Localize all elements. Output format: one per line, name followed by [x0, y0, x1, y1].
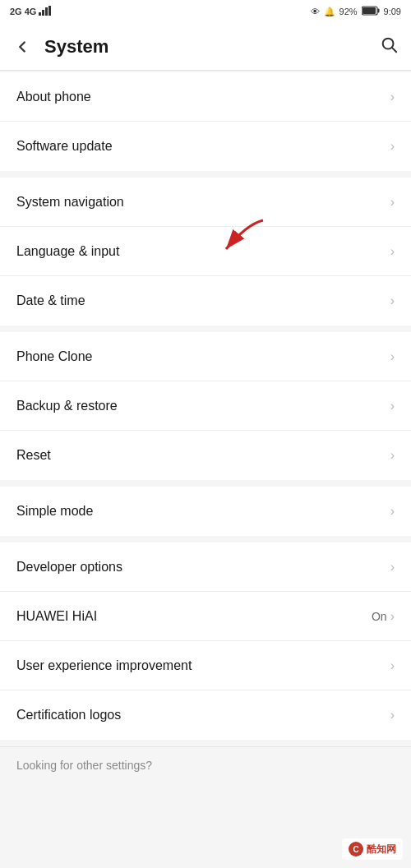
chevron-icon: › [390, 244, 395, 259]
menu-item-simple-mode[interactable]: Simple mode › [0, 487, 411, 536]
battery-text: 92% [339, 7, 358, 16]
chevron-icon: › [390, 448, 395, 463]
menu-item-phone-clone[interactable]: Phone Clone › [0, 332, 411, 381]
certification-logos-right: › [390, 708, 395, 723]
battery-icon [362, 6, 380, 17]
menu-group-3: Phone Clone › Backup & restore › Reset › [0, 332, 411, 480]
status-bar: 2G 4G 👁 🔔 92% 9:09 [0, 0, 411, 23]
chevron-icon: › [390, 658, 395, 673]
svg-rect-5 [377, 9, 379, 13]
header: System [0, 23, 411, 71]
backup-restore-label: Backup & restore [16, 399, 118, 413]
svg-rect-2 [45, 7, 48, 16]
about-phone-right: › [390, 90, 395, 104]
chevron-icon: › [390, 293, 395, 308]
signal-bars [39, 6, 52, 17]
menu-group-5: Developer options › HUAWEI HiAI On › Use… [0, 542, 411, 740]
simple-mode-label: Simple mode [16, 504, 93, 519]
backup-restore-right: › [390, 399, 395, 413]
network-indicator: 2G [10, 7, 22, 16]
language-input-right: › [390, 244, 395, 259]
chevron-icon: › [390, 504, 395, 519]
watermark: C 酷知网 [342, 838, 403, 860]
watermark-text: 酷知网 [367, 843, 396, 856]
date-time-right: › [390, 293, 395, 308]
menu-item-system-navigation[interactable]: System navigation › [0, 178, 411, 227]
reset-label: Reset [16, 448, 51, 463]
footer-text: Looking for other settings? [16, 759, 152, 772]
footer-hint: Looking for other settings? [0, 746, 411, 783]
page-title: System [44, 36, 380, 58]
menu-item-reset[interactable]: Reset › [0, 431, 411, 480]
language-input-label: Language & input [16, 244, 119, 259]
menu-group-2: System navigation › Language & input [0, 178, 411, 326]
eye-icon: 👁 [311, 7, 320, 16]
menu-item-backup-restore[interactable]: Backup & restore › [0, 381, 411, 431]
menu-item-user-experience[interactable]: User experience improvement › [0, 641, 411, 690]
chevron-icon: › [390, 195, 395, 210]
menu-item-huawei-hiai[interactable]: HUAWEI HiAI On › [0, 592, 411, 641]
menu-group-1: About phone › Software update › [0, 72, 411, 171]
status-right: 👁 🔔 92% 9:09 [311, 6, 401, 17]
user-experience-right: › [390, 658, 395, 673]
4g-indicator: 4G [25, 7, 37, 16]
huawei-hiai-right: On › [372, 609, 395, 624]
chevron-icon: › [390, 708, 395, 723]
search-button[interactable] [380, 35, 398, 58]
simple-mode-right: › [390, 504, 395, 519]
chevron-icon: › [390, 560, 395, 575]
system-navigation-right: › [390, 195, 395, 210]
svg-rect-3 [48, 6, 51, 16]
user-experience-label: User experience improvement [16, 658, 192, 673]
phone-clone-label: Phone Clone [16, 349, 93, 364]
menu-item-certification-logos[interactable]: Certification logos › [0, 690, 411, 740]
chevron-icon: › [390, 399, 395, 413]
developer-options-right: › [390, 560, 395, 575]
on-status-text: On [372, 610, 387, 623]
menu-list: About phone › Software update › System n… [0, 71, 411, 783]
svg-line-8 [392, 48, 396, 52]
back-button[interactable] [13, 38, 31, 56]
huawei-hiai-label: HUAWEI HiAI [16, 609, 97, 624]
reset-right: › [390, 448, 395, 463]
menu-item-developer-options[interactable]: Developer options › [0, 542, 411, 592]
alarm-icon: 🔔 [324, 7, 335, 17]
system-navigation-label: System navigation [16, 195, 124, 210]
svg-rect-0 [39, 12, 41, 16]
watermark-icon: C [349, 842, 363, 856]
time-display: 9:09 [384, 7, 401, 16]
chevron-icon: › [390, 139, 395, 154]
about-phone-label: About phone [16, 90, 91, 104]
certification-logos-label: Certification logos [16, 708, 121, 723]
date-time-label: Date & time [16, 293, 85, 308]
software-update-right: › [390, 139, 395, 154]
menu-item-date-time[interactable]: Date & time › [0, 276, 411, 326]
menu-item-language-input[interactable]: Language & input › [0, 227, 411, 276]
software-update-label: Software update [16, 139, 113, 154]
developer-options-label: Developer options [16, 560, 122, 575]
menu-group-4: Simple mode › [0, 487, 411, 536]
menu-item-software-update[interactable]: Software update › [0, 122, 411, 171]
chevron-icon: › [390, 609, 395, 624]
status-left: 2G 4G [10, 6, 52, 17]
chevron-icon: › [390, 90, 395, 104]
phone-clone-right: › [390, 349, 395, 364]
chevron-icon: › [390, 349, 395, 364]
menu-item-about-phone[interactable]: About phone › [0, 72, 411, 122]
svg-rect-6 [363, 7, 376, 14]
svg-rect-1 [42, 10, 44, 16]
